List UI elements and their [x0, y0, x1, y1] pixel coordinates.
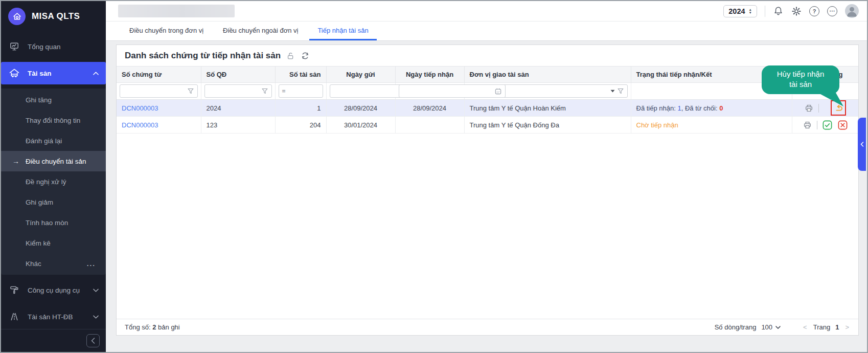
- col-header-ngay-gui[interactable]: Ngày gửi: [326, 67, 395, 83]
- cell-giving-unit: Trung tâm Y tế Quận Hoàn Kiếm: [464, 100, 631, 117]
- cell-actions: [792, 117, 858, 134]
- document-link[interactable]: DCN000003: [122, 104, 158, 112]
- sidebar-subitem-khac[interactable]: Khác ...: [1, 253, 106, 274]
- help-button[interactable]: ?: [809, 6, 819, 16]
- sidebar-subitem-kiem-ke[interactable]: Kiểm kê: [1, 233, 106, 253]
- status-accepted-count: 1: [677, 104, 681, 112]
- tab-tiep-nhan-tai-san[interactable]: Tiếp nhận tài sản: [309, 21, 376, 40]
- prev-page-button[interactable]: <: [802, 323, 808, 331]
- sidebar-subitem-thay-doi-thong-tin[interactable]: Thay đổi thông tin: [1, 110, 106, 130]
- content-area: Danh sách chứng từ tiếp nhận tài sản: [106, 41, 867, 352]
- brand-name: MISA QLTS: [32, 11, 80, 21]
- tooltip-line1: Hủy tiếp nhận: [767, 69, 834, 79]
- chevron-down-icon: [775, 326, 781, 329]
- per-page-selector[interactable]: 100: [761, 323, 781, 331]
- sidebar-collapse-button[interactable]: [86, 334, 100, 347]
- subitem-label: Ghi tăng: [26, 96, 52, 104]
- refresh-button[interactable]: [301, 51, 310, 60]
- fiscal-year-selector[interactable]: 2024 ▲▼: [723, 5, 757, 17]
- sidebar-item-tong-quan[interactable]: Tổng quan: [1, 35, 106, 58]
- filter-so-qd: [204, 84, 272, 98]
- notifications-button[interactable]: [773, 6, 784, 16]
- cell-status: Đã tiếp nhận: 1, Đã từ chối: 0: [631, 100, 792, 117]
- card-header: Danh sách chứng từ tiếp nhận tài sản: [117, 45, 858, 66]
- caret-down-icon[interactable]: [610, 90, 615, 93]
- right-panel-toggle[interactable]: [858, 118, 866, 171]
- col-header-so-qd[interactable]: Số QĐ: [201, 67, 275, 83]
- per-page-value: 100: [761, 323, 772, 331]
- gear-icon: [791, 6, 802, 16]
- cell-decision-no: 2024: [201, 100, 275, 117]
- subitem-label: Điều chuyển tài sản: [26, 158, 86, 165]
- check-square-icon: [822, 120, 833, 130]
- subitem-label: Kiểm kê: [26, 239, 51, 247]
- user-avatar[interactable]: [845, 4, 859, 18]
- sidebar-subitem-ghi-tang[interactable]: Ghi tăng: [1, 90, 106, 110]
- page-title: Danh sách chứng từ tiếp nhận tài sản: [125, 51, 281, 61]
- reject-button[interactable]: [837, 120, 848, 130]
- funnel-icon[interactable]: [187, 87, 194, 95]
- filter-don-vi-input[interactable]: [471, 87, 608, 95]
- sidebar-subitem-dieu-chuyen-tai-san[interactable]: → Điều chuyển tài sản: [1, 151, 106, 171]
- sidebar-item-tai-san[interactable]: Tài sản: [1, 62, 106, 84]
- filter-so-tai-san: =: [279, 84, 323, 98]
- chevron-left-icon: [860, 142, 864, 147]
- col-header-ngay-tiep-nhan[interactable]: Ngày tiếp nhận: [395, 67, 464, 83]
- page-number: 1: [835, 323, 839, 331]
- question-icon: ?: [809, 6, 819, 16]
- asset-icon: [8, 68, 20, 78]
- documents-table: Số chứng từ Số QĐ Số tài sản Ngày gửi Ng…: [117, 66, 858, 134]
- filter-so-chung-tu-input[interactable]: [123, 87, 185, 95]
- sidebar: MISA QLTS Tổng quan Tài sản Ghi tăng Tha…: [1, 1, 106, 352]
- sidebar-item-cong-cu-dung-cu[interactable]: Công cụ dụng cụ: [1, 279, 106, 301]
- more-options-button[interactable]: ⋯: [827, 6, 837, 16]
- col-header-so-tai-san[interactable]: Số tài sản: [275, 67, 326, 83]
- sidebar-item-label: Công cụ dụng cụ: [28, 286, 80, 294]
- list-card: Danh sách chứng từ tiếp nhận tài sản: [116, 45, 859, 336]
- print-button[interactable]: [803, 120, 812, 130]
- sidebar-item-tai-san-ht-db[interactable]: Tài sản HT-ĐB: [1, 305, 106, 328]
- table-row[interactable]: DCN000003 123 204 30/01/2024 Trung tâm Y…: [117, 117, 858, 134]
- chevron-down-icon: [93, 289, 99, 292]
- cell-asset-count: 1: [275, 100, 326, 117]
- tab-bar: Điều chuyển trong đơn vị Điều chuyển ngo…: [106, 21, 867, 41]
- accept-button[interactable]: [822, 120, 833, 130]
- sidebar-subitem-tinh-hao-mon[interactable]: Tính hao mòn: [1, 212, 106, 233]
- funnel-icon[interactable]: [617, 87, 624, 95]
- cell-asset-count: 204: [275, 117, 326, 134]
- settings-button[interactable]: [791, 6, 802, 16]
- tooltip-callout: Hủy tiếp nhận tài sản: [762, 65, 839, 94]
- sidebar-item-label: Tài sản HT-ĐB: [28, 313, 73, 321]
- year-spinner-icon[interactable]: ▲▼: [749, 8, 752, 14]
- next-page-button[interactable]: >: [844, 323, 850, 331]
- sidebar-subitem-ghi-giam[interactable]: Ghi giảm: [1, 192, 106, 212]
- table-row[interactable]: DCN000003 2024 1 28/09/2024 28/09/2024 T…: [117, 100, 858, 117]
- brand-logo-icon: [8, 8, 26, 25]
- equals-operator[interactable]: =: [282, 87, 287, 95]
- col-header-don-vi-giao-tai-san[interactable]: Đơn vị giao tài sản: [464, 67, 631, 83]
- filter-row: =: [117, 83, 858, 100]
- table-footer: Tổng số: 2 bản ghi Số dòng/trang 100 < T…: [117, 319, 858, 335]
- tab-dieu-chuyen-ngoai-don-vi[interactable]: Điều chuyển ngoài đơn vị: [215, 21, 306, 40]
- filter-so-tai-san-input[interactable]: [289, 87, 319, 95]
- subitem-label: Ghi giảm: [26, 198, 53, 206]
- funnel-icon[interactable]: [261, 87, 268, 95]
- avatar-icon: [845, 4, 859, 18]
- pagination-controls: Số dòng/trang 100 < Trang 1 >: [715, 323, 850, 331]
- subitem-label: Tính hao mòn: [26, 219, 68, 227]
- sidebar-subitem-de-nghi-xu-ly[interactable]: Đề nghị xử lý: [1, 171, 106, 192]
- app-window: MISA QLTS Tổng quan Tài sản Ghi tăng Tha…: [0, 0, 868, 353]
- tooltip-line2: tài sản: [767, 79, 834, 90]
- sidebar-subitem-danh-gia-lai[interactable]: Đánh giá lại: [1, 130, 106, 151]
- empty-table-area: [117, 134, 858, 319]
- cell-giving-unit: Trung tâm Y tế Quận Đống Đa: [464, 117, 631, 134]
- page-label: Trang: [813, 323, 830, 331]
- divider: [817, 121, 817, 129]
- tab-dieu-chuyen-trong-don-vi[interactable]: Điều chuyển trong đơn vị: [121, 21, 212, 40]
- cell-decision-no: 123: [201, 117, 275, 134]
- col-header-so-chung-tu[interactable]: Số chứng từ: [117, 67, 201, 83]
- document-link[interactable]: DCN000003: [122, 121, 158, 129]
- lock-toggle-button[interactable]: [286, 52, 295, 60]
- chevron-left-icon: [91, 338, 95, 344]
- filter-so-qd-input[interactable]: [208, 87, 259, 95]
